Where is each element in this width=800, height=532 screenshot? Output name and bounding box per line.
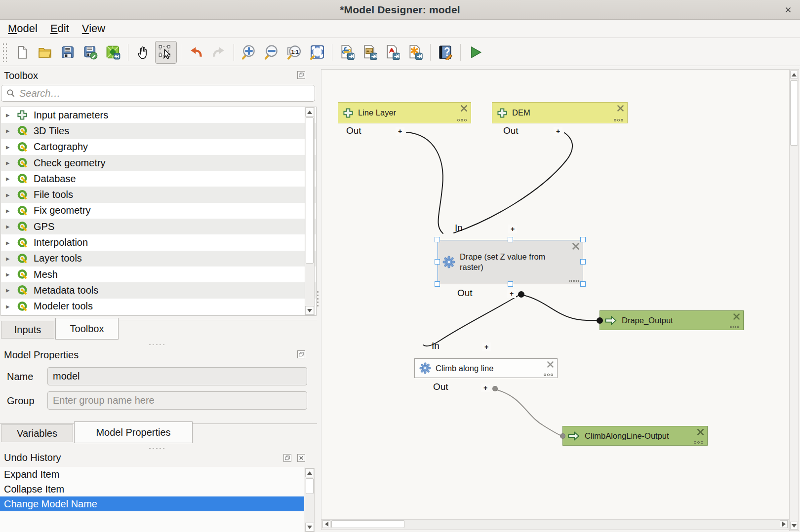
scroll-up-button[interactable] — [790, 71, 798, 78]
toolbox-group-interpolation[interactable]: ▸ Interpolation — [1, 234, 316, 250]
dock-canvas-splitter-handle[interactable] — [317, 290, 319, 308]
selection-handle[interactable] — [435, 281, 440, 287]
close-window-button[interactable] — [783, 5, 793, 15]
save-model-as-button[interactable] — [80, 41, 101, 64]
menu-view[interactable]: View — [79, 21, 108, 36]
scrollbar-thumb[interactable] — [331, 520, 404, 528]
export-as-python-button[interactable] — [336, 41, 358, 64]
selection-handle[interactable] — [580, 237, 586, 242]
tab-model-properties[interactable]: Model Properties — [74, 421, 193, 443]
expand-outputs-button[interactable]: + — [481, 383, 490, 392]
menu-edit[interactable]: Edit — [47, 21, 72, 36]
fold-comments-icon[interactable] — [617, 105, 624, 114]
link-point[interactable] — [560, 433, 565, 439]
select-tool-button[interactable] — [155, 41, 177, 64]
fold-comments-icon[interactable] — [460, 105, 468, 114]
dock-splitter-handle[interactable] — [148, 343, 165, 346]
fold-comments-icon[interactable] — [572, 242, 580, 252]
fold-comments-icon[interactable] — [697, 428, 704, 438]
toolbox-group-database[interactable]: ▸ Database — [1, 171, 316, 187]
toolbox-group-mesh[interactable]: ▸ Mesh — [1, 266, 316, 282]
expander-icon[interactable]: ▸ — [6, 111, 17, 119]
new-model-button[interactable] — [11, 41, 33, 64]
toolbox-group-metadata-tools[interactable]: ▸ Metadata tools — [1, 282, 316, 298]
undo-item-collapse[interactable]: Collapse Item — [0, 482, 304, 496]
expander-icon[interactable]: ▸ — [6, 222, 17, 231]
toolbox-group-layer-tools[interactable]: ▸ Layer tools — [1, 251, 316, 266]
expander-icon[interactable]: ▸ — [6, 174, 17, 183]
expand-outputs-button[interactable]: + — [554, 127, 562, 136]
pan-tool-button[interactable] — [132, 41, 154, 64]
scroll-up-button[interactable] — [305, 468, 314, 477]
expander-icon[interactable]: ▸ — [6, 206, 17, 215]
search-input[interactable] — [19, 88, 315, 99]
export-as-pdf-button[interactable] — [382, 41, 403, 64]
dock-splitter-handle[interactable] — [148, 447, 165, 450]
expander-icon[interactable]: ▸ — [6, 302, 17, 311]
node-line-layer[interactable]: Line Layer — [338, 102, 471, 123]
edit-help-button[interactable] — [435, 41, 456, 64]
toolbox-scrollbar[interactable] — [305, 107, 315, 315]
save-model-button[interactable] — [57, 41, 79, 64]
toolbox-group-fix-geometry[interactable]: ▸ Fix geometry — [1, 203, 316, 219]
toolbar-drag-handle[interactable] — [2, 42, 8, 62]
node-drape[interactable]: Drape (set Z value from raster) — [438, 240, 583, 284]
expand-inputs-button[interactable]: + — [508, 225, 517, 233]
scroll-left-button[interactable] — [322, 520, 330, 528]
expander-icon[interactable]: ▸ — [6, 254, 17, 263]
model-name-field[interactable] — [47, 367, 307, 385]
node-drape-output[interactable]: Drape_Output — [600, 310, 744, 330]
toolbox-group-3d-tiles[interactable]: ▸ 3D Tiles — [1, 123, 316, 139]
zoom-in-button[interactable] — [238, 41, 260, 64]
toolbox-search[interactable] — [1, 85, 315, 102]
canvas-vertical-scrollbar[interactable] — [789, 69, 799, 531]
node-dem[interactable]: DEM — [492, 102, 628, 123]
export-to-project-button[interactable] — [102, 41, 124, 64]
export-as-image-button[interactable] — [359, 41, 381, 64]
fold-comments-icon[interactable] — [733, 313, 740, 322]
undo-history-scrollbar[interactable] — [305, 468, 315, 532]
tab-toolbox[interactable]: Toolbox — [55, 318, 119, 340]
expand-inputs-button[interactable]: + — [482, 342, 491, 351]
selection-handle[interactable] — [435, 237, 440, 242]
scrollbar-thumb[interactable] — [790, 80, 798, 146]
expander-icon[interactable]: ▸ — [6, 270, 17, 279]
expand-outputs-button[interactable]: + — [396, 127, 404, 136]
scroll-up-button[interactable] — [305, 108, 314, 116]
expander-icon[interactable]: ▸ — [6, 238, 17, 247]
zoom-full-button[interactable] — [306, 41, 328, 64]
undo-history-float-button[interactable] — [283, 454, 291, 462]
open-model-button[interactable] — [34, 41, 56, 64]
redo-button[interactable] — [208, 41, 230, 64]
menu-model[interactable]: Model — [5, 21, 40, 36]
toolbox-float-button[interactable] — [297, 71, 305, 79]
model-canvas[interactable]: Line Layer DEM Out + Out + In + — [321, 69, 789, 519]
scrollbar-thumb[interactable] — [306, 478, 314, 494]
link-point[interactable] — [492, 386, 498, 391]
canvas-horizontal-scrollbar[interactable] — [321, 519, 789, 530]
selection-handle[interactable] — [580, 281, 586, 287]
toolbox-group-gps[interactable]: ▸ GPS — [1, 219, 316, 234]
expander-icon[interactable]: ▸ — [6, 143, 17, 152]
toolbox-group-input-parameters[interactable]: ▸ Input parameters — [1, 107, 316, 123]
toolbox-group-check-geometry[interactable]: ▸ Check geometry — [1, 155, 316, 171]
selection-handle[interactable] — [580, 259, 586, 265]
zoom-actual-button[interactable]: 1:1 — [283, 41, 305, 64]
selection-handle[interactable] — [435, 259, 440, 265]
expander-icon[interactable]: ▸ — [6, 190, 17, 199]
link-point[interactable] — [518, 291, 524, 298]
toolbox-group-file-tools[interactable]: ▸ File tools — [1, 187, 316, 202]
zoom-out-button[interactable] — [261, 41, 282, 64]
link-point[interactable] — [597, 317, 603, 324]
expander-icon[interactable]: ▸ — [6, 126, 17, 135]
model-properties-float-button[interactable] — [297, 350, 305, 358]
toolbox-group-modeler-tools[interactable]: ▸ Modeler tools — [1, 299, 316, 314]
undo-item-expand[interactable]: Expand Item — [0, 467, 304, 482]
scroll-down-button[interactable] — [305, 523, 314, 532]
run-model-button[interactable] — [465, 41, 486, 64]
undo-item-change-model-name[interactable]: Change Model Name — [0, 496, 304, 511]
export-as-svg-button[interactable] — [404, 41, 426, 64]
selection-handle[interactable] — [508, 237, 513, 242]
scrollbar-thumb[interactable] — [306, 117, 314, 264]
toolbox-group-cartography[interactable]: ▸ Cartography — [1, 139, 316, 155]
